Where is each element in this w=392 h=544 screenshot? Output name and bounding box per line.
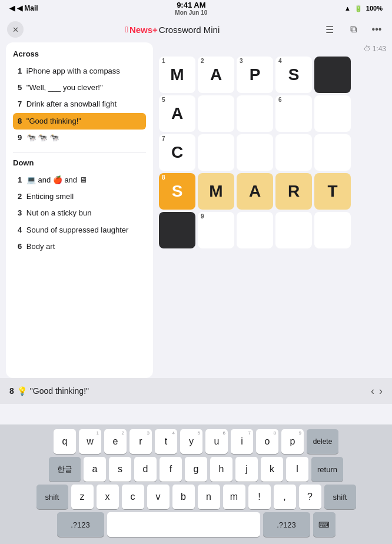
- clue-across-5[interactable]: 5 "Well, ___ you clever!": [13, 79, 146, 96]
- key-l[interactable]: l: [286, 457, 308, 482]
- clue-down-6[interactable]: 6 Body art: [13, 238, 146, 255]
- key-m[interactable]: m: [223, 485, 245, 509]
- more-icon-button[interactable]: •••: [368, 21, 385, 38]
- key-z[interactable]: z: [71, 485, 94, 509]
- key-b[interactable]: b: [172, 485, 195, 509]
- crossword-grid: 1 M 2 A 3 P 4 S 5 A 6: [159, 57, 351, 248]
- cell-1-3[interactable]: 6: [275, 95, 312, 132]
- nav-right: ☰ ⧉ •••: [321, 21, 385, 38]
- cell-0-2[interactable]: 3 P: [237, 57, 273, 93]
- next-clue-button[interactable]: ›: [379, 385, 383, 397]
- keyboard-bottom-row: .?123 .?123 ⌨: [2, 512, 390, 537]
- key-g[interactable]: g: [185, 457, 207, 482]
- clue-text: Enticing smell: [26, 192, 74, 201]
- battery-icon: 🔋: [354, 5, 363, 12]
- clue-down-1[interactable]: 1 💻 and 🍎 and 🖥: [13, 172, 146, 188]
- cell-1-0[interactable]: 5 A: [159, 95, 195, 132]
- hint-bar: 8 💡 "Good thinking!" ‹ ›: [0, 378, 392, 404]
- key-a[interactable]: a: [84, 457, 106, 482]
- key-c[interactable]: c: [122, 485, 144, 509]
- cell-1-2[interactable]: [237, 95, 273, 132]
- space-bar[interactable]: [107, 512, 260, 537]
- key-f[interactable]: f: [160, 457, 182, 482]
- cell-2-2[interactable]: [237, 134, 273, 171]
- keyboard-icon-button[interactable]: ⌨: [313, 512, 335, 537]
- list-icon-button[interactable]: ☰: [321, 21, 338, 38]
- number-right-key[interactable]: .?123: [263, 512, 310, 537]
- cell-num: 4: [278, 58, 282, 64]
- cell-2-3[interactable]: [275, 134, 312, 171]
- cell-2-0[interactable]: 7 C: [159, 134, 195, 171]
- status-center: 9:41 AM Mon Jun 10: [175, 1, 207, 16]
- cell-3-2[interactable]: A: [237, 173, 273, 210]
- key-n[interactable]: n: [198, 485, 220, 509]
- clue-down-3[interactable]: 3 Nut on a sticky bun: [13, 205, 146, 221]
- apple-logo: : [125, 25, 128, 34]
- cell-3-1[interactable]: M: [198, 173, 234, 210]
- number-left-key[interactable]: .?123: [57, 512, 104, 537]
- key-u[interactable]: 6u: [205, 429, 228, 454]
- cell-0-4: [314, 57, 351, 93]
- hint-clue-text: "Good thinking!": [30, 386, 89, 396]
- key-h[interactable]: h: [210, 457, 232, 482]
- key-o[interactable]: 8o: [256, 429, 278, 454]
- cell-3-3[interactable]: R: [275, 173, 312, 210]
- key-comma[interactable]: ,: [274, 485, 296, 509]
- delete-key[interactable]: delete: [307, 429, 338, 454]
- clue-text: "Well, ___ you clever!": [26, 83, 103, 92]
- key-hint: 2: [122, 430, 124, 436]
- key-v[interactable]: v: [147, 485, 170, 509]
- cell-1-4[interactable]: [314, 95, 351, 132]
- close-button[interactable]: ✕: [7, 21, 24, 38]
- key-q[interactable]: q: [54, 429, 76, 454]
- key-k[interactable]: k: [261, 457, 283, 482]
- key-t[interactable]: 4t: [155, 429, 177, 454]
- key-y[interactable]: 5y: [180, 429, 202, 454]
- key-x[interactable]: x: [97, 485, 119, 509]
- cell-4-1[interactable]: 9: [198, 212, 234, 248]
- key-j[interactable]: j: [235, 457, 258, 482]
- key-hint: 4: [172, 430, 175, 436]
- cell-4-3[interactable]: [275, 212, 312, 248]
- key-d[interactable]: d: [134, 457, 157, 482]
- return-key[interactable]: return: [311, 457, 343, 482]
- prev-clue-button[interactable]: ‹: [371, 385, 374, 397]
- clue-across-8[interactable]: 8 "Good thinking!": [13, 113, 146, 130]
- cell-3-0[interactable]: 8 S: [159, 173, 195, 210]
- clue-number: 1: [18, 175, 22, 184]
- keyboard: q 1w 2e 3r 4t 5y 6u 7i 8o 9p delete 한글: [0, 424, 392, 544]
- cell-4-4[interactable]: [314, 212, 351, 248]
- clue-down-4[interactable]: 4 Sound of suppressed laughter: [13, 222, 146, 238]
- clue-down-2[interactable]: 2 Enticing smell: [13, 188, 146, 205]
- key-e[interactable]: 2e: [104, 429, 127, 454]
- shift-right-key[interactable]: shift: [324, 485, 356, 509]
- key-w[interactable]: 1w: [79, 429, 101, 454]
- clue-across-7[interactable]: 7 Drink after a snowball fight: [13, 96, 146, 112]
- cell-2-1[interactable]: [198, 134, 234, 171]
- clue-number: 3: [18, 208, 22, 217]
- key-p[interactable]: 9p: [281, 429, 304, 454]
- main-content: Across 1 iPhone app with a compass 5 "We…: [0, 42, 392, 378]
- keyboard-row-3: shift z x c v b n m ! , ? shift: [2, 485, 390, 509]
- hangul-key[interactable]: 한글: [49, 457, 81, 482]
- status-time: 9:41 AM: [177, 1, 205, 9]
- clue-text: Nut on a sticky bun: [26, 208, 92, 217]
- key-r[interactable]: 3r: [129, 429, 152, 454]
- key-exclamation[interactable]: !: [248, 485, 271, 509]
- key-i[interactable]: 7i: [231, 429, 253, 454]
- cell-4-0: [159, 212, 195, 248]
- cell-4-2[interactable]: [237, 212, 273, 248]
- cell-0-1[interactable]: 2 A: [198, 57, 234, 93]
- shift-left-key[interactable]: shift: [36, 485, 68, 509]
- cell-0-3[interactable]: 4 S: [275, 57, 312, 93]
- clue-across-9[interactable]: 9 🐄 🐄 🐄: [13, 130, 146, 146]
- wifi-icon: ▲: [344, 5, 351, 12]
- clue-across-1[interactable]: 1 iPhone app with a compass: [13, 63, 146, 79]
- key-question[interactable]: ?: [299, 485, 321, 509]
- key-s[interactable]: s: [109, 457, 131, 482]
- cell-1-1[interactable]: [198, 95, 234, 132]
- cell-2-4[interactable]: [314, 134, 351, 171]
- cell-0-0[interactable]: 1 M: [159, 57, 195, 93]
- screen-icon-button[interactable]: ⧉: [345, 21, 361, 38]
- cell-3-4[interactable]: T: [314, 173, 351, 210]
